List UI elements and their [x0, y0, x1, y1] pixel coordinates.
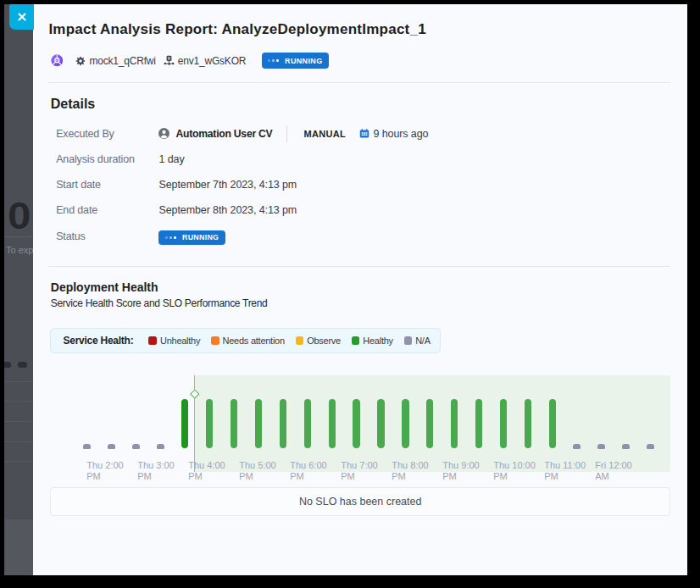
environment-chip[interactable]: env1_wGsKOR [164, 55, 247, 67]
legend-item: Observe [296, 336, 341, 346]
background-pill [18, 362, 27, 368]
calendar-icon [359, 128, 369, 139]
environment-chip-label: env1_wGsKOR [178, 55, 247, 67]
no-slo-banner: No SLO has been created [50, 487, 670, 516]
executed-by-label: Executed By [56, 128, 158, 140]
page-title: Impact Analysis Report: AnalyzeDeploymen… [48, 21, 426, 38]
health-bar-healthy[interactable] [549, 399, 556, 448]
health-bar-na[interactable] [622, 444, 630, 449]
end-date-value: September 8th 2023, 4:13 pm [158, 204, 297, 216]
start-date-value: September 7th 2023, 4:13 pm [158, 179, 297, 191]
health-bar-healthy[interactable] [451, 399, 458, 448]
legend-item: Unhealthy [148, 336, 200, 346]
service-chip[interactable]: mock1_qCRfwi [75, 55, 155, 67]
x-axis-label: Thu 8:00PM [392, 460, 428, 483]
x-axis-label: Thu 4:00PM [188, 460, 225, 483]
x-axis-label: Thu 11:00PM [544, 460, 586, 483]
x-axis-label: Thu 3:00PM [137, 460, 174, 483]
legend-item-label: Needs attention [223, 336, 285, 346]
health-bar-healthy[interactable] [426, 399, 433, 448]
service-chip-label: mock1_qCRfwi [89, 55, 155, 67]
background-footer [4, 519, 33, 575]
legend-swatch [211, 336, 219, 345]
legend-swatch [404, 336, 413, 345]
health-bar-healthy[interactable] [402, 399, 408, 448]
section-divider [48, 266, 670, 267]
health-bar-na[interactable] [647, 444, 654, 449]
analysis-duration-value: 1 day [158, 153, 184, 165]
background-row-line [4, 461, 33, 462]
legend-item: N/A [404, 336, 431, 346]
x-axis-label: Thu 7:00PM [341, 460, 377, 483]
details-heading: Details [51, 97, 95, 112]
deployment-health-subtitle: Service Health Score and SLO Performance… [51, 297, 268, 309]
x-axis-label: Thu 2:00PM [86, 460, 123, 483]
trigger-type: MANUAL [304, 129, 346, 139]
health-bar-healthy[interactable] [329, 399, 336, 448]
start-date-label: Start date [56, 179, 158, 191]
health-bar-healthy[interactable] [255, 399, 262, 448]
running-dots-icon [268, 59, 281, 61]
health-bar-na[interactable] [108, 444, 115, 449]
executed-by-row: Executed By Automation User CV MANUAL [56, 121, 428, 147]
x-axis-label: Fri 12:00AM [595, 460, 631, 483]
health-bar-healthy[interactable] [525, 399, 531, 448]
status-label: Status [56, 230, 158, 242]
legend-item-label: Healthy [363, 336, 393, 346]
status-badge-label: RUNNING [285, 57, 322, 65]
user-avatar-icon [158, 128, 169, 139]
vertical-divider [286, 125, 287, 142]
deployment-health-heading: Deployment Health [51, 280, 158, 294]
health-bar-healthy[interactable] [500, 399, 507, 448]
executed-by-user: Automation User CV [175, 128, 272, 140]
health-bar-na[interactable] [132, 444, 140, 449]
health-bar-healthy[interactable] [206, 399, 213, 448]
health-bar-healthy[interactable] [304, 399, 311, 448]
legend-item: Healthy [352, 336, 393, 346]
health-bar-na[interactable] [573, 444, 581, 449]
end-date-row: End date September 8th 2023, 4:13 pm [56, 197, 428, 223]
health-bar-healthy[interactable] [231, 399, 237, 448]
legend-swatch [148, 336, 157, 345]
background-row-line [4, 381, 33, 382]
health-bar-healthy[interactable] [353, 399, 359, 448]
executed-time-ago: 9 hours ago [373, 128, 428, 140]
analysis-duration-row: Analysis duration 1 day [56, 147, 428, 172]
health-bar-na[interactable] [83, 444, 91, 449]
health-bar-healthy[interactable] [475, 399, 482, 448]
status-row-badge: RUNNING [158, 230, 225, 244]
close-icon [18, 13, 26, 21]
legend-item: Needs attention [211, 336, 285, 346]
background-stat-value: 0 [8, 195, 31, 237]
x-axis-label: Thu 5:00PM [239, 460, 275, 483]
health-bar-na[interactable] [157, 444, 164, 449]
status-row: Status RUNNING [56, 223, 428, 251]
legend-item-label: Observe [307, 336, 341, 346]
header-divider [48, 82, 670, 83]
background-pill [4, 362, 11, 368]
status-badge: RUNNING [262, 53, 329, 69]
legend-item-label: N/A [415, 336, 431, 346]
report-meta-row: mock1_qCRfwi env1_wGsKOR [51, 53, 329, 69]
health-bar-na[interactable] [597, 444, 605, 449]
impact-analysis-drawer: Impact Analysis Report: AnalyzeDeploymen… [33, 4, 687, 575]
health-bar-healthy[interactable] [377, 399, 384, 448]
health-bar-healthy[interactable] [280, 399, 286, 448]
no-slo-message: No SLO has been created [299, 496, 422, 508]
close-button[interactable] [9, 4, 34, 30]
environment-icon [164, 55, 175, 66]
status-row-badge-label: RUNNING [182, 233, 219, 241]
app-page: 0 To expand Impact Analysis Report: Anal… [4, 4, 687, 575]
background-row-line [4, 401, 33, 402]
x-axis-label: Thu 9:00PM [442, 460, 479, 483]
start-date-row: Start date September 7th 2023, 4:13 pm [56, 172, 428, 197]
legend-title: Service Health: [63, 335, 133, 347]
legend-swatch [296, 336, 304, 345]
monitored-service-icon [51, 54, 64, 67]
x-axis-label: Thu 10:00PM [493, 460, 536, 483]
legend-item-label: Unhealthy [160, 336, 200, 346]
end-date-label: End date [56, 204, 158, 216]
health-bar-healthy[interactable] [181, 399, 188, 448]
running-dots-icon [165, 236, 178, 238]
service-health-legend: Service Health: UnhealthyNeeds attention… [50, 328, 441, 353]
